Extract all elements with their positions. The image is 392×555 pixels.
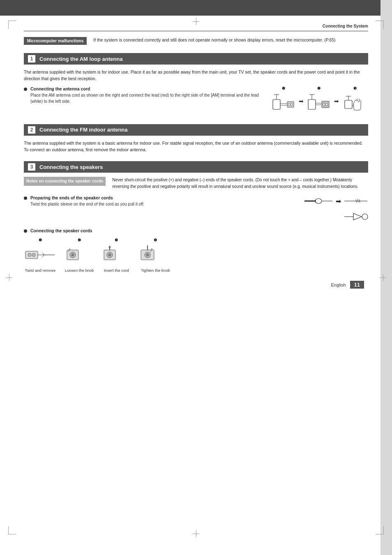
bullet-content: Connecting the antenna cord Place the AM…: [30, 86, 263, 104]
speaker-steps-row: ❶ Twist and remove: [24, 238, 368, 273]
prep-illustration: ➡: [304, 195, 368, 223]
section1-body: The antenna supplied with the system is …: [24, 69, 368, 82]
step-arrow-2: ➡: [334, 98, 339, 104]
section3-prep-row: Preparing the ends of the speaker cords …: [24, 195, 368, 223]
step3-label: Insert the cord: [104, 268, 129, 273]
section2-header: 2 Connecting the FM indoor antenna: [24, 124, 368, 136]
section3-bullet1: Preparing the ends of the speaker cords …: [24, 195, 295, 207]
step1-badge: ❶: [39, 238, 42, 242]
svg-rect-8: [308, 99, 316, 109]
svg-rect-33: [25, 251, 38, 259]
speaker-step2-svg: [65, 244, 94, 266]
speaker-notes-text: Never short-circuit the positive (+) and…: [112, 177, 368, 190]
section3-title: Connecting the speakers: [39, 164, 103, 170]
top-header: [0, 0, 392, 16]
section3-container: 3 Connecting the speakers Notes on conne…: [24, 161, 368, 273]
bullet-content-3: Connecting the speaker cords: [30, 228, 368, 234]
microcomputer-text: If the system is connected correctly and…: [93, 37, 335, 44]
section3-header: 3 Connecting the speakers: [24, 161, 368, 173]
section2-number: 2: [28, 126, 35, 134]
step3-num: ❸: [353, 86, 357, 90]
speaker-step4-svg: [139, 244, 172, 266]
bullet-desc: Place the AM antenna cord as shown on th…: [30, 92, 263, 104]
arrow-icon: ➡: [336, 197, 341, 205]
corner-mark-bl: [8, 526, 16, 534]
step1-svg: [271, 91, 296, 116]
section3-number: 3: [28, 163, 35, 171]
speaker-notes-label: Notes on connecting the speaker cords: [24, 177, 106, 186]
corner-mark-br: [376, 526, 384, 534]
speaker-step1-svg: [24, 244, 57, 266]
svg-point-7: [291, 103, 293, 105]
speaker-step-2: ❷ Loosen the knob: [65, 238, 94, 273]
svg-point-34: [28, 253, 31, 257]
bullet-dot-3: [24, 229, 27, 233]
cord-before-svg: [304, 195, 333, 207]
step2-svg: [306, 91, 332, 116]
step4-badge: ❹: [154, 238, 157, 242]
am-antenna-illustration: ❶: [271, 86, 368, 116]
prep-row1: ➡: [304, 195, 368, 207]
svg-rect-16: [345, 100, 352, 109]
svg-line-38: [42, 255, 44, 257]
section1-bullet: Connecting the antenna cord Place the AM…: [24, 86, 263, 104]
speaker-step-4: ❹ Tighten the knob: [139, 238, 172, 273]
svg-point-52: [146, 254, 149, 256]
svg-point-46: [108, 254, 111, 256]
step-arrow-1: ➡: [299, 98, 304, 104]
svg-point-6: [288, 103, 291, 105]
antenna-steps: ❶: [271, 86, 368, 116]
section2-container: 2 Connecting the FM indoor antenna The a…: [24, 124, 368, 153]
page-footer: English 11: [24, 281, 368, 289]
step2-badge: ❷: [78, 238, 81, 242]
svg-point-24: [315, 199, 322, 204]
section1-bullet-text: Connecting the antenna cord Place the AM…: [24, 86, 263, 107]
section1-number: 1: [28, 55, 35, 62]
microcomputer-label: Microcomputer malfunctions: [24, 37, 87, 45]
section1-bullet-row: Connecting the antenna cord Place the AM…: [24, 86, 368, 116]
svg-line-22: [352, 105, 354, 106]
step3-badge: ❸: [115, 238, 118, 242]
plug-svg: [344, 210, 368, 223]
page-lang: English: [331, 282, 346, 287]
step4-label: Tighten the knob: [141, 268, 170, 273]
step2-label: Loosen the knob: [65, 268, 94, 273]
step1-label: Twist and remove: [25, 268, 55, 273]
section1-title: Connecting the AM loop antenna: [39, 56, 122, 62]
svg-line-37: [42, 253, 44, 255]
svg-line-43: [69, 249, 70, 249]
bullet-title-3: Connecting the speaker cords: [30, 228, 368, 233]
svg-point-35: [32, 253, 35, 257]
speaker-step-3: ❸ Insert the cord: [102, 238, 131, 273]
svg-rect-0: [273, 99, 280, 109]
section-title: Connecting the System: [323, 24, 368, 28]
section2-body: The antenna supplied with the system is …: [24, 140, 368, 153]
crosshair-bottom: [193, 530, 199, 537]
section2-title: Connecting the FM indoor antenna: [39, 127, 128, 133]
main-divider: [24, 31, 368, 31]
bullet-dot: [24, 88, 27, 91]
corner-mark-tr: [376, 21, 384, 29]
svg-point-42: [71, 254, 74, 256]
bullet-desc-2: Twist the plastic sleeve on the end of t…: [30, 201, 295, 207]
speaker-step-1: ❶ Twist and remove: [24, 238, 57, 273]
section3-prep-text: Preparing the ends of the speaker cords …: [24, 195, 295, 210]
section3-bullet2: Connecting the speaker cords: [24, 228, 368, 234]
main-content: Connecting the System Microcomputer malf…: [12, 16, 380, 301]
crosshair-left: [6, 274, 12, 281]
svg-point-15: [326, 103, 328, 105]
speaker-notes-box: Notes on connecting the speaker cords Ne…: [24, 177, 368, 190]
prep-row2: [344, 210, 368, 223]
crosshair-top: [193, 18, 199, 25]
page: Connecting the System Microcomputer malf…: [0, 0, 392, 555]
section1-container: 1 Connecting the AM loop antenna The ant…: [24, 53, 368, 116]
speaker-step3-svg: [102, 244, 131, 266]
page-number: 11: [350, 281, 364, 289]
crosshair-right: [380, 274, 386, 281]
svg-marker-31: [353, 213, 362, 220]
step1-num: ❶: [282, 86, 285, 90]
step3-svg: [341, 91, 368, 116]
corner-mark-tl: [8, 21, 16, 29]
bullet-title: Connecting the antenna cord: [30, 86, 263, 91]
bullet-content-2: Preparing the ends of the speaker cords …: [30, 195, 295, 207]
